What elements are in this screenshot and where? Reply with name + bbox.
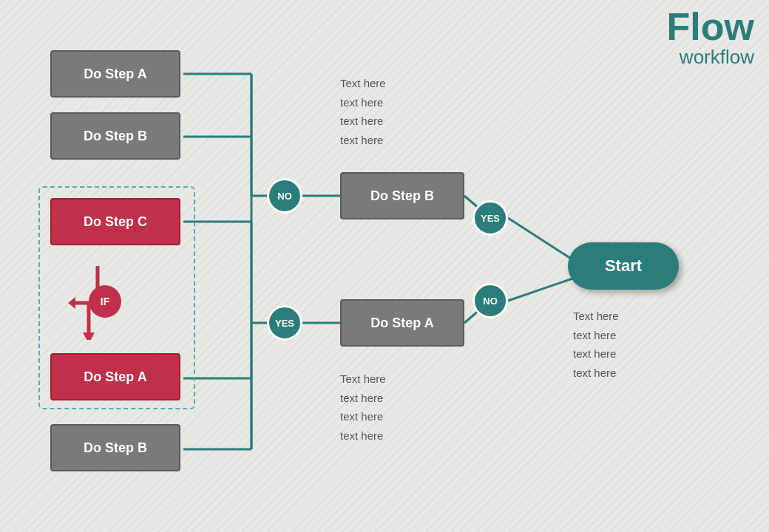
if-badge: IF [89,285,121,318]
step-a2-box[interactable]: Do Step A [50,353,180,400]
title-area: Flow workflow [667,7,754,69]
svg-marker-17 [68,297,75,309]
no-right-decision: NO [472,283,508,318]
step-a-mid-box[interactable]: Do Step A [340,299,464,347]
step-c-box[interactable]: Do Step C [50,198,180,245]
title-workflow: workflow [667,46,754,69]
step-b-mid-box[interactable]: Do Step B [340,172,464,219]
text-block-bottom: Text heretext heretext heretext here [340,369,386,445]
step-b2-box[interactable]: Do Step B [50,424,180,471]
yes-right-decision: YES [472,200,508,236]
no-decision: NO [267,178,302,214]
start-ellipse[interactable]: Start [568,242,679,290]
step-b1-box[interactable]: Do Step B [50,112,180,160]
svg-line-16 [508,277,577,301]
title-flow: Flow [667,7,754,46]
step-a1-box[interactable]: Do Step A [50,50,180,98]
svg-line-15 [508,218,577,262]
text-block-top: Text heretext heretext heretext here [340,74,386,149]
yes-decision: YES [267,305,302,341]
svg-marker-19 [83,332,95,340]
text-block-right: Text heretext heretext heretext here [573,307,619,382]
